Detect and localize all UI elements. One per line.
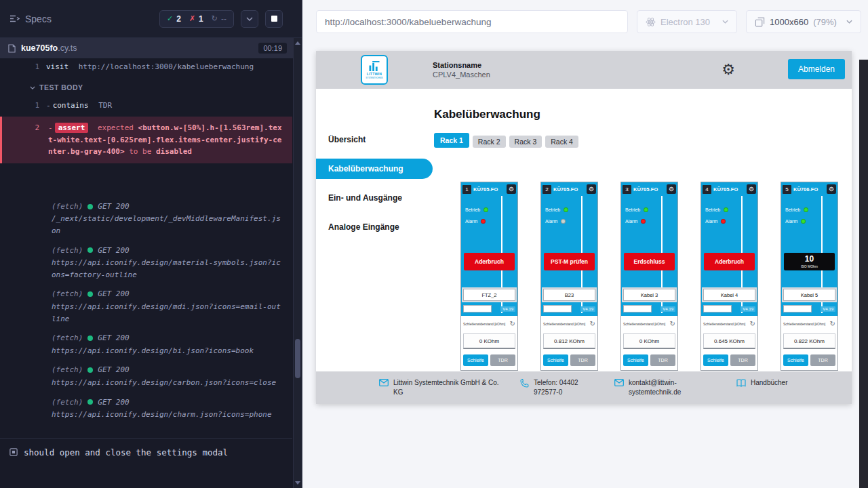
fetch-method-status: GET 200	[98, 332, 129, 344]
cable-name-field[interactable]: Kabel 5	[783, 289, 835, 301]
command-assert-failed[interactable]: 2 -assert expected <button.w-[50%].h-[1.…	[0, 117, 292, 163]
collapse-button[interactable]	[241, 10, 258, 28]
device-gear-icon[interactable]: ⚙	[507, 184, 516, 194]
command-contains[interactable]: 1 -contains TDR	[0, 97, 292, 114]
fetch-method-status: GET 200	[98, 396, 129, 409]
resistance-value: 0.812 KOhm	[543, 333, 595, 349]
fetch-method-status: GET 200	[98, 288, 129, 300]
sidebar-item[interactable]: Kabelüberwachung	[316, 159, 433, 179]
status-button[interactable]: 10 ISO MOhm	[784, 253, 835, 270]
tdr-button[interactable]: TDR	[650, 354, 675, 366]
rack-tab[interactable]: Rack 4	[545, 136, 578, 148]
network-log-row[interactable]: (fetch) GET 200 https://api.iconify.desi…	[0, 330, 292, 359]
network-log-row[interactable]: (fetch) GET 200 /_next/static/developmen…	[0, 199, 292, 239]
network-log-row[interactable]: (fetch) GET 200 https://api.iconify.desi…	[0, 394, 292, 423]
network-log-row[interactable]: (fetch) GET 200 https://api.iconify.desi…	[0, 286, 292, 327]
app-footer: Littwin Systemtechnik GmbH & Co. KG Tele…	[316, 371, 852, 404]
refresh-icon[interactable]: ↻	[510, 321, 515, 327]
chevron-down-icon	[246, 17, 253, 21]
refresh-icon[interactable]: ↻	[670, 321, 675, 327]
next-test-row[interactable]: should open and close the settings modal	[0, 438, 292, 466]
specs-toggle[interactable]: Specs	[9, 14, 52, 24]
cable-name-field[interactable]: Kabel 3	[623, 289, 675, 301]
browser-selector[interactable]: Electron 130	[637, 10, 737, 33]
tdr-button[interactable]: TDR	[730, 354, 755, 366]
test-body-section[interactable]: TEST BODY	[0, 75, 292, 97]
device-gear-icon[interactable]: ⚙	[587, 184, 596, 194]
refresh-icon[interactable]: ↻	[750, 321, 755, 327]
logout-button[interactable]: Abmelden	[788, 59, 845, 79]
sidebar-item[interactable]: Analoge Eingänge	[316, 217, 433, 237]
settings-gear-icon[interactable]: ⚙	[722, 62, 735, 77]
schleife-button[interactable]: Schleife	[463, 354, 488, 366]
command-visit[interactable]: 1 visit http://localhost:3000/kabelueber…	[0, 58, 292, 75]
address-bar[interactable]: http://localhost:3000/kabelueberwachung	[316, 10, 628, 33]
app-under-test: LITTWIN SYSTEMTECHNIK Stationsname CPLV4…	[316, 51, 852, 404]
refresh-icon[interactable]: ↻	[590, 321, 595, 327]
cable-name-field[interactable]: Kabel 4	[703, 289, 755, 301]
betrieb-label: Betrieb	[785, 207, 800, 212]
schleife-button[interactable]: Schleife	[703, 354, 728, 366]
device-gear-icon[interactable]: ⚙	[747, 184, 756, 194]
device-card: 2 KÜ705-FO ⚙ Betrieb	[540, 182, 598, 371]
rack-tab[interactable]: Rack 1	[434, 133, 469, 148]
runner-scrollbar[interactable]	[293, 38, 302, 488]
cable-name-field[interactable]: FTZ_2	[463, 289, 515, 301]
firmware-version: V4.19	[821, 306, 835, 312]
device-card-header: 1 KÜ705-FO ⚙	[461, 182, 517, 196]
sidebar-item[interactable]: Übersicht	[316, 129, 433, 150]
failed-stat: ✗1	[189, 14, 203, 24]
sidebar-item[interactable]: Ein- und Ausgänge	[316, 188, 433, 208]
tdr-button[interactable]: TDR	[570, 354, 595, 366]
status-button[interactable]: Erdschluss	[624, 253, 675, 270]
scroll-down-arrow[interactable]	[294, 481, 302, 485]
spec-header[interactable]: kue705fo.cy.ts 00:19	[0, 38, 302, 58]
betrieb-led	[564, 207, 568, 212]
cable-name-field[interactable]: B23	[543, 289, 595, 301]
firmware-version: V4.19	[660, 306, 675, 312]
betrieb-label: Betrieb	[465, 207, 480, 212]
tdr-button[interactable]: TDR	[810, 354, 835, 366]
betrieb-led	[724, 207, 728, 212]
fetch-url: https://api.iconify.design/material-symb…	[52, 257, 283, 281]
version-field[interactable]	[623, 305, 652, 312]
alarm-led	[721, 219, 726, 224]
scrollbar-thumb[interactable]	[295, 339, 300, 378]
footer-manuals[interactable]: Handbücher	[736, 378, 787, 404]
version-field[interactable]	[543, 305, 572, 312]
app-sidebar: Übersicht Kabelüberwachung Ein- und Ausg…	[316, 89, 433, 404]
device-gear-icon[interactable]: ⚙	[667, 184, 676, 194]
status-button[interactable]: PST-M prüfen	[544, 253, 595, 270]
schleife-button[interactable]: Schleife	[543, 354, 568, 366]
viewport-selector[interactable]: 1000x660 (79%)	[746, 10, 861, 33]
status-button[interactable]: Aderbruch	[464, 253, 515, 270]
version-field[interactable]	[783, 305, 812, 312]
reporter-panel: Specs ✓2 ✗1 ↻-- kue705fo.cy.ts 00:19 1 v…	[0, 0, 302, 488]
fetch-label: (fetch)	[52, 396, 83, 409]
tdr-button[interactable]: TDR	[490, 354, 515, 366]
rack-tab[interactable]: Rack 3	[509, 136, 542, 148]
refresh-icon[interactable]: ↻	[830, 321, 835, 327]
version-field[interactable]	[463, 305, 492, 312]
device-gear-icon[interactable]: ⚙	[827, 184, 836, 194]
app-header: LITTWIN SYSTEMTECHNIK Stationsname CPLV4…	[316, 51, 852, 89]
fetch-label: (fetch)	[52, 201, 83, 213]
network-log-row[interactable]: (fetch) GET 200 https://api.iconify.desi…	[0, 362, 292, 390]
alarm-label: Alarm	[545, 219, 557, 224]
schleife-button[interactable]: Schleife	[623, 354, 648, 366]
network-log-row[interactable]: (fetch) GET 200 https://api.iconify.desi…	[0, 243, 292, 283]
version-field[interactable]	[703, 305, 732, 312]
status-button[interactable]: Aderbruch	[704, 253, 755, 270]
station-name: CPLV4_Maschen	[433, 70, 490, 79]
scroll-up-arrow[interactable]	[294, 41, 302, 45]
firmware-version: V4.19	[500, 306, 515, 312]
schleife-button[interactable]: Schleife	[783, 354, 808, 366]
stop-button[interactable]	[265, 10, 283, 28]
resistance-value: 0.645 KOhm	[703, 333, 755, 349]
status-ok-dot	[87, 399, 93, 405]
device-title: KÜ705-FO	[553, 186, 578, 192]
command-log: 1 visit http://localhost:3000/kabelueber…	[0, 58, 302, 466]
viewport-zoom: (79%)	[813, 17, 837, 27]
footer-email[interactable]: kontakt@littwin-systemtechnik.de	[614, 378, 736, 404]
rack-tab[interactable]: Rack 2	[473, 136, 506, 148]
